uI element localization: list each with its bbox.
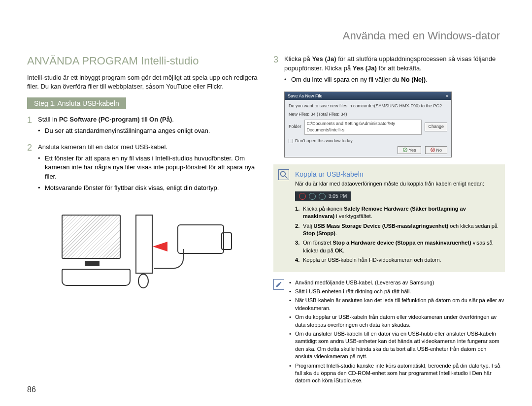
note-3: När USB-kabeln är ansluten kan det leda … xyxy=(289,297,505,312)
no-button[interactable]: ✕ No xyxy=(425,146,447,154)
step-number-1: 1 xyxy=(27,115,38,138)
tip-step-4: Koppla ur USB-kabeln från HD-videokamera… xyxy=(295,256,498,264)
step-number-3: 3 xyxy=(273,55,284,87)
tip-text: När du är klar med dataöverföringen måst… xyxy=(295,180,498,187)
step2-bullet-2: Motsvarande fönster för flyttbar disk vi… xyxy=(38,184,259,193)
step2-bullet-1: Ett fönster för att spara en ny fil visa… xyxy=(38,154,259,182)
pc-tower-icon xyxy=(135,215,153,274)
tip-step-2: Välj USB Mass Storage Device (USB-massla… xyxy=(295,222,498,238)
left-column: ANVÄNDA PROGRAM Intelli-studio Intelli-s… xyxy=(27,55,259,386)
main-heading: ANVÄNDA PROGRAM Intelli-studio xyxy=(27,55,259,67)
step2-text: Ansluta kameran till en dator med USB-ka… xyxy=(38,143,259,152)
dialog-titlebar: Save As New File × xyxy=(285,92,451,100)
tip-step-3: Om fönstret Stop a Hardware device (Stop… xyxy=(295,239,498,254)
step1-text: Ställ in PC Software (PC-program) till O… xyxy=(38,115,259,125)
checkbox-icon[interactable] xyxy=(289,139,293,143)
tray-icon xyxy=(309,193,316,200)
tip-title: Koppla ur USB-kabeln xyxy=(295,170,498,178)
tip-step-1: Klicka på ikonen Safely Remove Hardware … xyxy=(295,205,498,220)
usb-connection-illustration xyxy=(57,205,229,293)
dialog-newfiles: New Files: 34 (Total Files: 34) xyxy=(289,111,447,118)
step3-text: Klicka på Yes (Ja) för att slutföra uppl… xyxy=(284,55,505,73)
mouse-icon xyxy=(138,274,149,288)
magnifier-icon xyxy=(278,169,289,180)
intro-paragraph: Intelli-studio är ett inbyggt program so… xyxy=(27,73,259,91)
monitor-icon xyxy=(62,215,121,259)
step-item-2: 2 Ansluta kameran till en dator med USB-… xyxy=(27,143,259,195)
note-1: Använd medföljande USB-kabel. (Levereras… xyxy=(289,279,505,286)
note-6: Programmet Intelli-studio kanske inte kö… xyxy=(289,362,505,385)
camcorder-icon xyxy=(177,224,224,254)
step3-bullet: Om du inte vill spara en ny fil väljer d… xyxy=(284,75,505,85)
svg-line-1 xyxy=(285,176,288,178)
step-number-2: 2 xyxy=(27,143,38,195)
change-button[interactable]: Change xyxy=(425,123,447,131)
pencil-note-icon xyxy=(273,279,284,290)
step1-bullet: Du ser att standardmenyinställningarna a… xyxy=(38,126,259,136)
page-number: 86 xyxy=(27,385,36,394)
close-icon[interactable]: × xyxy=(446,94,448,98)
safely-remove-icon xyxy=(299,193,306,200)
step1-title: Steg 1. Ansluta USB-kabeln xyxy=(27,97,126,109)
system-tray-illustration: 3:05 PM xyxy=(295,191,351,201)
yes-button[interactable]: ✓ Yes xyxy=(398,146,421,154)
keyboard-icon xyxy=(62,269,131,286)
notes-section: Använd medföljande USB-kabel. (Levereras… xyxy=(273,279,505,386)
save-as-new-file-dialog: Save As New File × Do you want to save n… xyxy=(284,92,452,157)
dialog-message: Do you want to save new files in camcord… xyxy=(289,103,447,110)
dialog-checkbox-label: Don't open this window today xyxy=(295,138,353,145)
step-item-3: 3 Klicka på Yes (Ja) för att slutföra up… xyxy=(273,55,505,87)
note-2: Sätt i USB-enheten i rätt riktning och p… xyxy=(289,288,505,295)
step-item-1: 1 Ställ in PC Software (PC-program) till… xyxy=(27,115,259,138)
page-header: Använda med en Windows-dator xyxy=(27,30,505,42)
note-5: Om du ansluter USB-kabeln till en dator … xyxy=(289,330,505,361)
svg-point-0 xyxy=(280,171,285,176)
right-column: 3 Klicka på Yes (Ja) för att slutföra up… xyxy=(273,55,505,386)
tray-clock: 3:05 PM xyxy=(329,193,347,199)
note-4: Om du kopplar ur USB-kabeln från datorn … xyxy=(289,313,505,329)
dialog-folder-path: C:\Documents and Settings\Administrator\… xyxy=(304,120,422,135)
tray-icon xyxy=(319,193,326,200)
usb-cable-icon xyxy=(154,249,184,269)
disconnect-usb-tip: Koppla ur USB-kabeln När du är klar med … xyxy=(273,164,505,272)
dialog-folder-label: Folder xyxy=(289,124,301,130)
